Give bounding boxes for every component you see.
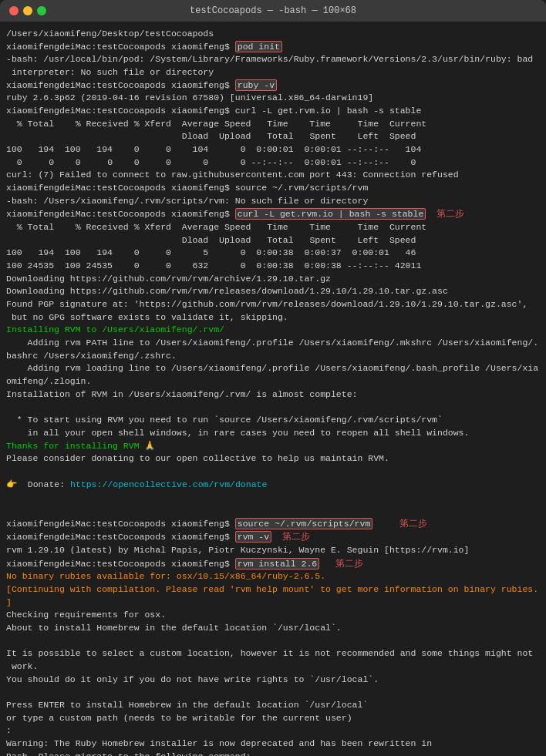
titlebar: testCocoapods — -bash — 100×68 xyxy=(0,0,546,22)
terminal-body[interactable]: /Users/xiaomifeng/Desktop/testCocoapods … xyxy=(0,22,546,756)
maximize-button[interactable] xyxy=(37,6,46,15)
minimize-button[interactable] xyxy=(23,6,32,15)
terminal-window: testCocoapods — -bash — 100×68 /Users/xi… xyxy=(0,0,546,756)
window-title: testCocoapods — -bash — 100×68 xyxy=(190,5,356,16)
terminal-wrapper: /Users/xiaomifeng/Desktop/testCocoapods … xyxy=(0,22,546,756)
close-button[interactable] xyxy=(9,6,19,15)
traffic-lights xyxy=(9,6,46,15)
